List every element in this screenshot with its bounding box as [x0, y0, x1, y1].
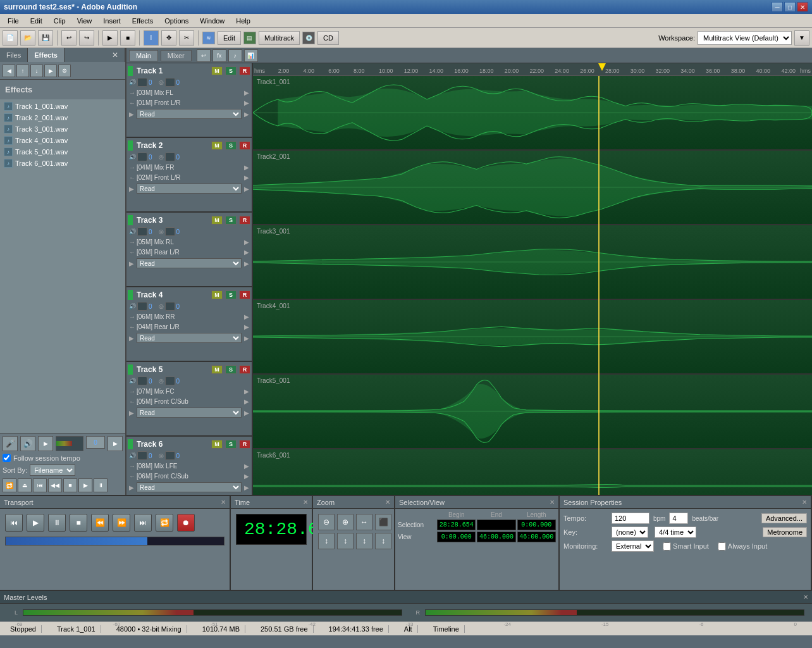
list-item[interactable]: ♪ Track 1_001.wav	[1, 101, 124, 112]
route-out-expand[interactable]: ▶	[244, 89, 249, 96]
menu-help[interactable]: Help	[231, 16, 255, 26]
zoom-in-v[interactable]: ↕	[337, 533, 354, 549]
auto-arrow[interactable]: ▶	[129, 409, 134, 416]
track-tool3[interactable]: ♪	[228, 49, 242, 62]
auto-arrow[interactable]: ▶	[129, 111, 134, 118]
main-subtab[interactable]: Main	[129, 50, 158, 61]
follow-tempo-checkbox[interactable]	[3, 454, 11, 462]
zoom-sel-h[interactable]: ⬛	[375, 514, 391, 530]
sel-end-value[interactable]	[477, 520, 515, 530]
files-tab[interactable]: Files	[0, 48, 28, 62]
track-3-mute[interactable]: M	[211, 216, 223, 225]
waveform-track-3[interactable]: Track3_001	[253, 225, 812, 300]
mixer-subtab[interactable]: Mixer	[161, 50, 192, 61]
auto-arrow[interactable]: ▶	[129, 335, 134, 342]
panel-close[interactable]: ✕	[106, 48, 125, 62]
menu-insert[interactable]: Insert	[98, 16, 126, 26]
sel-length-value[interactable]: 0:00.000	[517, 520, 556, 530]
route-out-expand[interactable]: ▶	[244, 463, 249, 470]
route-in-expand[interactable]: ▶	[244, 323, 249, 330]
btn-loop[interactable]: 🔁	[3, 478, 16, 492]
track-tool2[interactable]: fx	[212, 49, 226, 62]
track-3-pan-knob[interactable]	[165, 227, 175, 236]
advanced-button[interactable]: Advanced...	[761, 513, 807, 523]
btn-prev[interactable]: ⏮	[33, 478, 47, 492]
route-in-expand[interactable]: ▶	[244, 174, 249, 181]
list-item[interactable]: ♪ Track 2_001.wav	[1, 112, 124, 123]
auto-arrow[interactable]: ▶	[129, 484, 134, 491]
track-6-mute[interactable]: M	[211, 440, 223, 449]
track-4-mute[interactable]: M	[211, 290, 223, 299]
toolbar-undo[interactable]: ↩	[61, 30, 77, 46]
btn-stop[interactable]: ■	[63, 478, 77, 492]
toolbar-save[interactable]: 💾	[38, 30, 53, 46]
workspace-select[interactable]: Multitrack View (Default)	[698, 31, 792, 45]
transport-next[interactable]: ⏩	[113, 514, 130, 532]
track-1-solo[interactable]: S	[225, 66, 237, 75]
track-6-record[interactable]: R	[239, 440, 250, 449]
toolbar-stop[interactable]: ■	[120, 30, 135, 46]
route-out-expand[interactable]: ▶	[244, 164, 249, 171]
track-2-pan-knob[interactable]	[165, 153, 175, 161]
list-item[interactable]: ♪ Track 6_001.wav	[1, 158, 124, 169]
panel-btn1[interactable]: ◀	[3, 65, 15, 77]
track-5-record[interactable]: R	[239, 365, 250, 374]
transport-goto-start[interactable]: ⏮	[5, 514, 23, 532]
smart-input-checkbox[interactable]	[663, 542, 671, 551]
maximize-button[interactable]: □	[784, 2, 796, 12]
effects-tab[interactable]: Effects	[28, 48, 65, 62]
track-4-automation[interactable]: Read	[137, 333, 242, 343]
zoom-in-h[interactable]: ⊕	[337, 514, 354, 530]
waveform-display[interactable]: hms 2:00 4:00 6:00 8:00 10:00 12:00 14:0…	[253, 63, 812, 495]
route-in-expand[interactable]: ▶	[244, 473, 249, 480]
toolbar-play[interactable]: ▶	[102, 30, 118, 46]
btn-prev2[interactable]: ◀◀	[48, 478, 62, 492]
selection-close[interactable]: ✕	[550, 499, 555, 506]
track-2-mute[interactable]: M	[211, 141, 223, 150]
master-levels-close[interactable]: ✕	[803, 594, 808, 601]
track-1-mute[interactable]: M	[211, 66, 223, 75]
menu-file[interactable]: File	[3, 16, 24, 26]
transport-record[interactable]: ⏺	[177, 514, 195, 532]
route-out-expand[interactable]: ▶	[244, 313, 249, 320]
route-out-expand[interactable]: ▶	[244, 388, 249, 395]
toolbar-new[interactable]: 📄	[3, 30, 18, 46]
auto-arrow[interactable]: ▶	[129, 185, 134, 192]
panel-btn5[interactable]: ⚙	[58, 65, 71, 77]
time-close[interactable]: ✕	[303, 499, 308, 506]
waveform-track-5[interactable]: Track5_001	[253, 375, 812, 449]
audio-out-btn[interactable]: 🔊	[20, 436, 35, 451]
close-button[interactable]: ✕	[797, 2, 808, 12]
auto-expand[interactable]: ▶	[244, 335, 249, 342]
waveform-track-6[interactable]: Track6_001	[253, 449, 812, 495]
beats-input[interactable]	[669, 513, 688, 524]
panel-expand[interactable]: ▶	[108, 436, 123, 451]
track-5-mute[interactable]: M	[211, 365, 223, 374]
track-5-vol-knob[interactable]	[137, 377, 147, 385]
track-3-vol-knob[interactable]	[137, 227, 147, 236]
edit-mode-tab[interactable]: Edit	[218, 31, 241, 45]
transport-loop[interactable]: 🔁	[156, 514, 173, 532]
list-item[interactable]: ♪ Track 5_001.wav	[1, 146, 124, 158]
track-6-solo[interactable]: S	[225, 440, 237, 449]
zoom-fit-h[interactable]: ↔	[356, 514, 372, 530]
auto-expand[interactable]: ▶	[244, 409, 249, 416]
view-length-value[interactable]: 46:00.000	[517, 532, 556, 542]
sort-by-select[interactable]: Filename	[30, 464, 75, 476]
route-out-expand[interactable]: ▶	[244, 239, 249, 246]
track-6-vol-knob[interactable]	[137, 451, 147, 460]
transport-pause[interactable]: ⏸	[48, 514, 66, 532]
cd-mode-tab[interactable]: CD	[317, 31, 339, 45]
track-2-solo[interactable]: S	[225, 141, 237, 150]
time-sig-select[interactable]: 4/4 time	[655, 526, 696, 538]
auto-expand[interactable]: ▶	[244, 260, 249, 267]
track-4-pan-knob[interactable]	[165, 302, 175, 311]
auto-arrow[interactable]: ▶	[129, 260, 134, 267]
track-2-record[interactable]: R	[239, 141, 250, 150]
waveform-track-1[interactable]: Track1_001	[253, 76, 812, 151]
menu-window[interactable]: Window	[195, 16, 230, 26]
btn-eject[interactable]: ⏏	[18, 478, 32, 492]
track-4-vol-knob[interactable]	[137, 302, 147, 311]
panel-btn2[interactable]: ↑	[16, 65, 29, 77]
zoom-fit-v[interactable]: ↕	[356, 533, 372, 549]
